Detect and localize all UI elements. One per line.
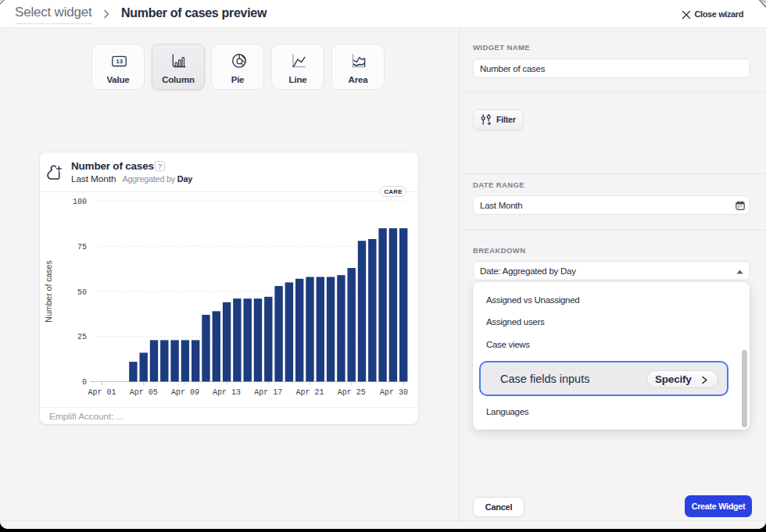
svg-text:Apr 13: Apr 13 bbox=[213, 388, 241, 397]
svg-text:Apr 30: Apr 30 bbox=[380, 388, 408, 397]
svg-text:Apr 25: Apr 25 bbox=[338, 388, 366, 397]
svg-text:25: 25 bbox=[77, 333, 87, 341]
svg-text:13: 13 bbox=[116, 59, 123, 65]
svg-text:0: 0 bbox=[82, 378, 87, 387]
svg-text:Apr 05: Apr 05 bbox=[130, 388, 158, 397]
svg-text:Apr 01: Apr 01 bbox=[88, 388, 116, 397]
svg-text:75: 75 bbox=[77, 243, 87, 252]
svg-text:Number of cases: Number of cases bbox=[44, 260, 53, 322]
svg-text:50: 50 bbox=[77, 288, 87, 297]
svg-text:Apr 09: Apr 09 bbox=[171, 388, 199, 397]
svg-text:100: 100 bbox=[73, 198, 87, 206]
svg-text:Apr 21: Apr 21 bbox=[295, 388, 324, 397]
svg-text:Apr 17: Apr 17 bbox=[254, 388, 282, 397]
